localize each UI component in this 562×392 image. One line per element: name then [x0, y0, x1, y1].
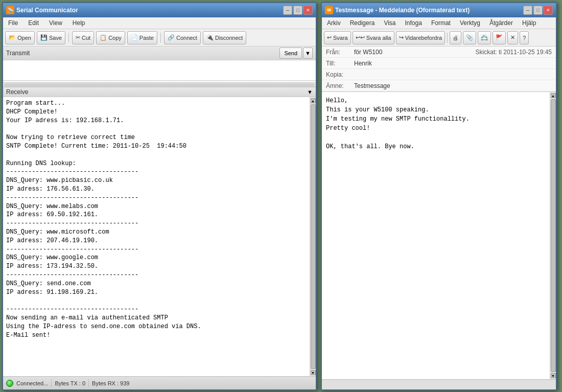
serial-menu-bar: File Edit View Help	[3, 17, 316, 29]
help-button[interactable]: ?	[520, 31, 529, 44]
from-row: Från: för W5100 Skickat: ti 2011-10-25 1…	[322, 47, 556, 58]
transmit-input[interactable]	[3, 60, 316, 81]
status-sep-2	[88, 379, 89, 387]
menu-view[interactable]: View	[46, 18, 65, 28]
email-toolbar: ↩ Svara ↩↩ Svara alla ↪ Vidarebefordra 🖨…	[322, 29, 556, 47]
receive-scrollbar[interactable]: ▲ ▼	[310, 97, 316, 376]
email-maximize-button[interactable]: □	[533, 6, 543, 15]
svara-icon: ↩	[327, 34, 332, 41]
email-menu-hjalp[interactable]: Hjälp	[519, 18, 539, 28]
svara-button[interactable]: ↩ Svara	[324, 31, 351, 44]
cut-button[interactable]: ✂ Cut	[72, 31, 94, 44]
email-scroll-down-arrow[interactable]: ▼	[551, 373, 556, 378]
flag-button[interactable]: 🚩	[493, 31, 506, 44]
email-menu-infoga[interactable]: Infoga	[402, 18, 425, 28]
vidarebefordra-label: Vidarebefordra	[405, 35, 442, 41]
disconnect-icon: 🔌	[206, 34, 214, 41]
email-menu-arkiv[interactable]: Arkiv	[324, 18, 344, 28]
email-menu-format[interactable]: Format	[428, 18, 454, 28]
bytes-rx: Bytes RX : 939	[92, 380, 129, 386]
print-button[interactable]: 🖨	[450, 31, 461, 44]
cut-icon: ✂	[76, 34, 80, 41]
connection-status: Connected...	[16, 380, 48, 386]
copy-button[interactable]: 📋 Copy	[96, 31, 125, 44]
cut-label: Cut	[82, 35, 90, 41]
transmit-scrollbar[interactable]	[3, 82, 316, 86]
delete-button[interactable]: ✕	[507, 31, 518, 44]
email-app-icon: ✉	[325, 6, 333, 14]
email-menu-visa[interactable]: Visa	[381, 18, 399, 28]
serial-title-left: 📡 Serial Communicator	[6, 6, 78, 14]
status-sep-1	[51, 379, 52, 387]
subject-value: Testmessage	[354, 82, 552, 89]
serial-title-bar: 📡 Serial Communicator ─ □ ✕	[3, 3, 316, 17]
email-close-button[interactable]: ✕	[544, 6, 553, 15]
transmit-scroll-track[interactable]	[4, 83, 315, 86]
email-body: Hello, This is your W5100 speaking. I'm …	[322, 92, 556, 379]
email-menu-atgarder[interactable]: Åtgärder	[486, 18, 516, 28]
svara-alla-button[interactable]: ↩↩ Svara alla	[353, 31, 394, 44]
email-header-fields: Från: för W5100 Skickat: ti 2011-10-25 1…	[322, 47, 556, 92]
scroll-down-arrow[interactable]: ▼	[311, 370, 316, 375]
menu-help[interactable]: Help	[69, 18, 88, 28]
email-title-controls: ─ □ ✕	[523, 6, 553, 15]
email-title-left: ✉ Testmessage - Meddelande (Oformaterad …	[325, 6, 470, 14]
scroll-up-arrow[interactable]: ▲	[311, 98, 316, 103]
transmit-area: Transmit Send ▼	[3, 47, 316, 87]
receive-dropdown[interactable]: ▼	[307, 89, 313, 95]
print-icon: 🖨	[453, 35, 458, 41]
transmit-header: Transmit Send ▼	[3, 47, 316, 60]
email-minimize-button[interactable]: ─	[523, 6, 532, 15]
addressbook-icon: 📇	[481, 34, 488, 41]
serial-window-title: Serial Communicator	[16, 7, 78, 14]
serial-title-controls: ─ □ ✕	[283, 6, 313, 15]
send-button[interactable]: Send	[279, 48, 302, 59]
svara-label: Svara	[333, 35, 348, 41]
paste-label: Paste	[139, 35, 154, 41]
delete-icon: ✕	[510, 34, 515, 41]
email-scroll-thumb[interactable]	[551, 99, 556, 372]
disconnect-button[interactable]: 🔌 Disconnect	[203, 31, 246, 44]
scroll-thumb[interactable]	[311, 104, 316, 369]
serial-app-icon: 📡	[6, 6, 14, 14]
open-button[interactable]: 📂 Open	[5, 31, 35, 44]
email-menu-verktyg[interactable]: Verktyg	[457, 18, 483, 28]
open-icon: 📂	[9, 34, 16, 41]
email-title-bar: ✉ Testmessage - Meddelande (Oformaterad …	[322, 3, 556, 17]
serial-minimize-button[interactable]: ─	[283, 6, 292, 15]
flag-icon: 🚩	[496, 34, 503, 41]
receive-label: Receive	[6, 88, 28, 96]
email-toolbar-sep-1	[447, 33, 448, 43]
menu-edit[interactable]: Edit	[25, 18, 42, 28]
vidarebefordra-button[interactable]: ↪ Vidarebefordra	[396, 31, 446, 44]
serial-close-button[interactable]: ✕	[303, 6, 313, 15]
subject-label: Ämne:	[326, 82, 354, 89]
receive-area: Receive ▼ Program start... DHCP Complete…	[3, 87, 316, 376]
connect-button[interactable]: 🔗 Connect	[164, 31, 201, 44]
svara-alla-icon: ↩↩	[356, 34, 365, 41]
serial-toolbar: 📂 Open 💾 Save ✂ Cut 📋 Copy 📄 Paste 🔗 Con…	[3, 29, 316, 47]
attachment-button[interactable]: 📎	[463, 31, 476, 44]
cc-label: Kopia:	[326, 71, 354, 78]
paste-icon: 📄	[131, 34, 138, 41]
email-window: ✉ Testmessage - Meddelande (Oformaterad …	[321, 2, 557, 390]
copy-label: Copy	[108, 35, 122, 41]
addressbook-button[interactable]: 📇	[478, 31, 491, 44]
to-value: Henrik	[354, 60, 552, 67]
email-body-text: Hello, This is your W5100 speaking. I'm …	[322, 92, 550, 379]
paste-button[interactable]: 📄 Paste	[127, 31, 157, 44]
email-menu-redigera[interactable]: Redigera	[347, 18, 378, 28]
status-bar: Connected... Bytes TX : 0 Bytes RX : 939	[3, 376, 316, 389]
menu-file[interactable]: File	[5, 18, 21, 28]
serial-maximize-button[interactable]: □	[293, 6, 302, 15]
attachment-icon: 📎	[466, 34, 473, 41]
email-menu-bar: Arkiv Redigera Visa Infoga Format Verkty…	[322, 17, 556, 29]
email-scrollbar[interactable]: ▲ ▼	[550, 92, 556, 379]
cc-row: Kopia:	[322, 69, 556, 80]
send-dropdown-button[interactable]: ▼	[303, 48, 313, 59]
email-scroll-up-arrow[interactable]: ▲	[551, 93, 556, 98]
svara-alla-label: Svara alla	[366, 35, 391, 41]
save-label: Save	[49, 35, 62, 41]
save-button[interactable]: 💾 Save	[37, 31, 65, 44]
open-label: Open	[17, 35, 31, 41]
